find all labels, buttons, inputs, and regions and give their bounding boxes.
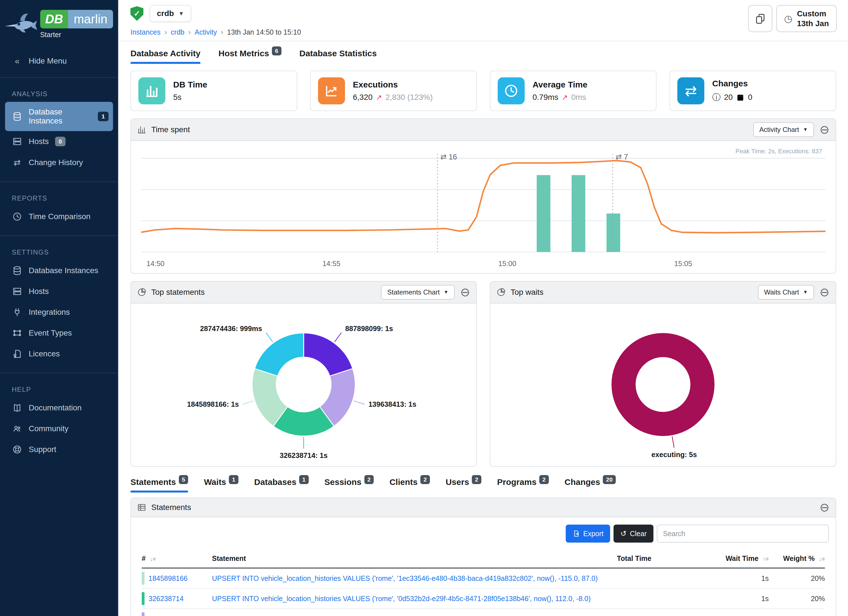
- statement-color-bar: [142, 592, 145, 605]
- copy-icon: [755, 13, 766, 24]
- kpi-card-db-time: DB Time5s: [130, 71, 297, 111]
- range-line1: Custom: [797, 9, 829, 19]
- svg-text:139638413: 1s: 139638413: 1s: [368, 400, 416, 408]
- hide-menu-label: Hide Menu: [29, 56, 67, 65]
- tab-badge: 20: [603, 475, 615, 484]
- sidebar-item-community[interactable]: Community: [0, 418, 118, 439]
- weight-value: 20%: [769, 588, 825, 609]
- collapse-panel-icon[interactable]: ⊖: [820, 124, 829, 135]
- kpi-card-changes: ⇄Changesⓘ200: [669, 71, 836, 111]
- detail-tab-waits[interactable]: Waits1: [204, 477, 239, 493]
- statement-color-bar: [142, 572, 145, 585]
- sidebar-item-event-types[interactable]: Event Types: [0, 323, 118, 343]
- clock-icon: [12, 212, 22, 221]
- sidebar-item-database-instances[interactable]: Database Instances: [0, 260, 118, 281]
- detail-tab-programs[interactable]: Programs2: [497, 477, 549, 493]
- kpi-title: Changes: [712, 79, 752, 88]
- sort-icon: ↓≡: [819, 556, 825, 562]
- copy-button[interactable]: [748, 5, 772, 32]
- search-input[interactable]: [657, 525, 829, 543]
- weight-value: 20%: [769, 568, 825, 589]
- collapse-panel-icon[interactable]: ⊖: [460, 286, 470, 298]
- collapse-panel-icon[interactable]: ⊖: [820, 286, 829, 298]
- sidebar-item-label: Event Types: [29, 328, 72, 337]
- statement-id-link[interactable]: 139638413: [148, 615, 184, 616]
- kpi-card-executions: Executions6,320↗2,830 (123%): [310, 71, 477, 111]
- kpi-value: 6,320↗2,830 (123%): [353, 93, 433, 102]
- caret-down-icon: ▼: [444, 289, 448, 295]
- tab-label: Programs: [497, 477, 537, 487]
- sidebar-item-documentation[interactable]: Documentation: [0, 398, 118, 418]
- col-header-weight-[interactable]: Weight % ↓≡: [769, 550, 825, 568]
- sidebar-item-label: Change History: [29, 158, 83, 167]
- tab-database-activity[interactable]: Database Activity: [130, 49, 200, 64]
- sidebar: DB marlin Starter « Hide Menu ANALYSISDa…: [0, 0, 118, 616]
- sidebar-item-time-comparison[interactable]: Time Comparison: [0, 206, 118, 227]
- time-spent-chart[interactable]: ⇄ 16⇄ 714:5014:5515:0015:05: [141, 148, 826, 272]
- edition-label: Starter: [40, 31, 113, 39]
- breadcrumb-crdb[interactable]: crdb: [170, 28, 184, 36]
- time-range-button[interactable]: ◷ Custom 13th Jan: [776, 5, 837, 32]
- activity-chart-dropdown[interactable]: Activity Chart▼: [753, 122, 814, 137]
- kpi-main-value: 6,320: [353, 93, 372, 102]
- sidebar-item-change-history[interactable]: ⇄Change History: [0, 152, 118, 173]
- sidebar-item-hosts[interactable]: Hosts: [0, 281, 118, 302]
- col-header-wait-time[interactable]: Wait Time ↑≡: [676, 550, 769, 568]
- export-icon: [572, 530, 580, 537]
- calendar-icon: [736, 93, 744, 101]
- licence-icon: [12, 349, 22, 359]
- col-header--[interactable]: # ↓≡: [142, 550, 212, 568]
- event-types-icon: [12, 328, 22, 338]
- detail-tab-changes[interactable]: Changes20: [565, 477, 616, 493]
- svg-text:14:55: 14:55: [323, 260, 341, 267]
- top-waits-donut[interactable]: executing: 5s: [493, 305, 833, 465]
- sidebar-item-database-instances[interactable]: Database Instances1: [5, 102, 113, 131]
- app-logo[interactable]: DB marlin Starter: [0, 0, 118, 46]
- clear-button[interactable]: ↺ Clear: [614, 525, 654, 543]
- main-tabs: Database ActivityHost Metrics6Database S…: [119, 42, 848, 64]
- top-statements-donut[interactable]: 887898099: 1s139638413: 1s326238714: 1s1…: [134, 305, 473, 465]
- tab-badge: 2: [539, 475, 549, 484]
- statement-sql-link[interactable]: UPSERT INTO vehicle_location_histories V…: [212, 595, 591, 603]
- hide-menu-button[interactable]: « Hide Menu: [0, 46, 118, 78]
- collapse-chevrons-icon: «: [12, 56, 22, 66]
- statements-chart-dropdown[interactable]: Statements Chart▼: [381, 285, 455, 300]
- sidebar-item-support[interactable]: Support: [0, 439, 118, 460]
- detail-tab-clients[interactable]: Clients2: [390, 477, 430, 493]
- tab-database-statistics[interactable]: Database Statistics: [299, 49, 377, 64]
- instance-selector-button[interactable]: crdb ▼: [150, 5, 191, 22]
- collapse-panel-icon[interactable]: ⊖: [820, 502, 829, 513]
- app-root: DB marlin Starter « Hide Menu ANALYSISDa…: [0, 0, 848, 616]
- sidebar-item-licences[interactable]: Licences: [0, 343, 118, 364]
- statement-id-link[interactable]: 1845898166: [148, 574, 188, 583]
- statement-id-link[interactable]: 326238714: [148, 595, 184, 603]
- breadcrumb-activity[interactable]: Activity: [194, 28, 217, 36]
- statement-sql-link[interactable]: UPSERT INTO vehicle_location_histories V…: [212, 574, 598, 582]
- top-waits-header: Top waits Waits Chart▼ ⊖: [490, 282, 836, 303]
- detail-tab-users[interactable]: Users2: [446, 477, 481, 493]
- sidebar-item-integrations[interactable]: Integrations: [0, 302, 118, 323]
- tab-label: Databases: [254, 477, 297, 487]
- detail-tab-databases[interactable]: Databases1: [254, 477, 309, 493]
- svg-text:887898099: 1s: 887898099: 1s: [345, 325, 393, 332]
- tab-label: Sessions: [325, 477, 362, 487]
- detail-tab-statements[interactable]: Statements5: [130, 477, 188, 493]
- wait-time-value: 1s: [676, 568, 769, 589]
- export-button[interactable]: Export: [566, 525, 610, 543]
- wait-time-value: 1s: [676, 588, 769, 609]
- statements-panel: Statements ⊖ Export ↺ Clear # ↓≡Statemen…: [130, 497, 836, 616]
- breadcrumb-instances[interactable]: Instances: [130, 28, 160, 36]
- weight-value: 20%: [769, 609, 825, 616]
- kpi-cal-count: 0: [748, 93, 752, 102]
- detail-tab-sessions[interactable]: Sessions2: [325, 477, 374, 493]
- sidebar-item-hosts[interactable]: Hosts0: [0, 131, 118, 152]
- sidebar-item-label: Hosts: [29, 287, 49, 296]
- top-statements-title: Top statements: [151, 288, 205, 297]
- statement-sql-link[interactable]: SELECT city, id FROM vehicles WHERE city…: [212, 615, 383, 616]
- waits-chart-dropdown[interactable]: Waits Chart▼: [758, 285, 814, 300]
- col-header-total-time: Total Time: [617, 550, 676, 568]
- clear-label: Clear: [630, 530, 647, 538]
- statements-title: Statements: [151, 503, 191, 512]
- kpi-main-value: 5s: [173, 93, 182, 102]
- tab-host-metrics[interactable]: Host Metrics6: [218, 49, 282, 64]
